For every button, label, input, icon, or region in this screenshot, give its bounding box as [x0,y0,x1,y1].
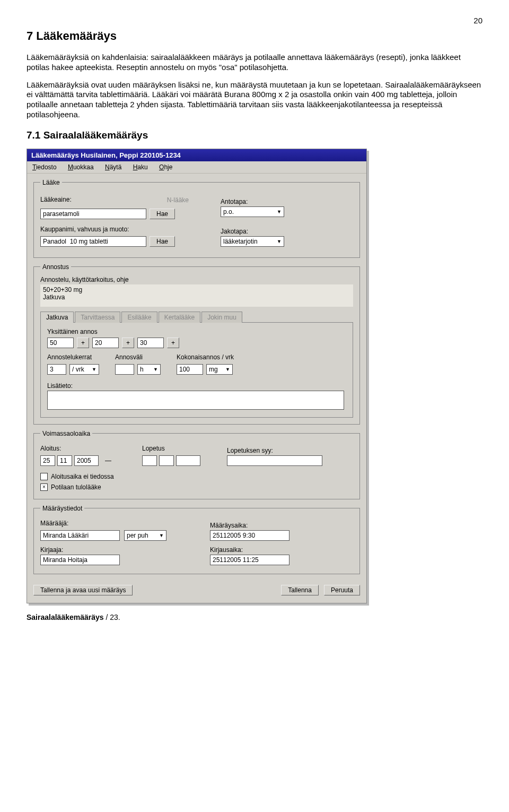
checkbox-tulolaake[interactable]: × Potilaan tulolääke [40,483,101,491]
tabs: Jatkuva Tarvittaessa Esilääke Kertalääke… [40,311,353,323]
chevron-down-icon: ▼ [225,367,230,372]
label-kirjaaja: Kirjaaja: [40,546,189,554]
button-plus-3[interactable]: + [167,338,179,348]
label-annosvali: Annosväli [115,353,161,361]
app-window: Lääkemääräys Husilainen, Peppi 220105-12… [27,149,367,603]
select-h-unit[interactable]: h▼ [137,364,161,375]
heading-7: 7 Lääkemääräys [27,29,482,43]
label-lopetussyy: Lopetuksen syy: [227,447,353,454]
vrk-unit-value: / vrk [72,366,84,373]
input-aloitus-d[interactable] [40,455,55,466]
input-kirjaaja [40,555,120,565]
select-vrk-unit[interactable]: / vrk▼ [69,364,99,375]
input-annos-2[interactable] [92,338,119,348]
input-lopetus-m[interactable] [159,455,174,466]
button-hae-kauppanimi[interactable]: Hae [150,236,175,247]
input-kirjausaika [210,555,289,565]
checkbox-label-tulolaake: Potilaan tulolääke [51,483,101,491]
menu-tiedosto[interactable]: Tiedosto [32,163,57,171]
input-annosvali[interactable] [115,364,134,375]
chevron-down-icon: ▼ [277,239,282,244]
checkbox-label-aloitus: Aloitusaika ei tiedossa [51,473,114,480]
footer-rest: / 23. [104,613,120,621]
perpuh-value: per puh [127,532,148,539]
paragraph-1: Lääkemääräyksiä on kahdenlaisia: sairaal… [27,53,482,73]
input-maaraysaika [210,530,289,541]
input-annos-3[interactable] [137,338,164,348]
menu-muokkaa[interactable]: Muokkaa [68,163,94,171]
label-laakeaine: Lääkeaine: [40,196,72,203]
input-annostelukerrat[interactable] [47,364,66,375]
titlebar-id: 220105-1234 [140,151,181,159]
fieldset-annostus: Annostus Annostelu, käyttötarkoitus, ohj… [33,263,360,425]
button-peruuta[interactable]: Peruuta [324,585,360,595]
bottombar: Tallenna ja avaa uusi määräys Tallenna P… [27,580,366,603]
menu-ohje[interactable]: Ohje [159,163,172,171]
tab-jokinmuu[interactable]: Jokin muu [201,312,242,323]
input-annos-1[interactable] [47,338,74,348]
select-jakotapa[interactable]: lääketarjotin▼ [221,236,284,247]
select-antotapa[interactable]: p.o.▼ [221,206,284,217]
legend-maarays: Määräystiedot [40,505,84,512]
label-nlaake: N-lääke [167,196,189,204]
tab-kertalaake[interactable]: Kertalääke [159,312,200,323]
tabpanel-jatkuva: Yksittäinen annos + + + Annostelukerrat … [40,323,353,418]
checkbox-icon [40,473,48,480]
tab-tarvittaessa[interactable]: Tarvittaessa [75,312,120,323]
fieldset-voimassa: Voimassaoloaika Aloitus: — Lopetus [33,430,360,499]
menu-nayta[interactable]: Näytä [105,163,121,171]
button-plus-2[interactable]: + [122,338,134,348]
input-aloitus-y[interactable] [74,455,99,466]
input-lopetus-d[interactable] [142,455,157,466]
kokonais-unit-value: mg [209,366,218,373]
input-laakeaine[interactable] [40,209,146,219]
label-aloitus: Aloitus: [40,445,116,452]
fieldset-laake: Lääke Lääkeaine: N-lääke Hae Antotapa: p… [33,179,360,258]
annostelu-line1: 50+20+30 mg [43,286,350,293]
input-maaraaja [40,530,120,541]
menu-haku[interactable]: Haku [133,163,148,171]
chevron-down-icon: ▼ [159,533,164,538]
titlebar-text: Lääkemääräys Husilainen, Peppi [31,151,140,159]
tab-jatkuva[interactable]: Jatkuva [40,312,74,323]
button-tallenna-uusi[interactable]: Tallenna ja avaa uusi määräys [33,585,133,595]
paragraph-2: Lääkemääräyksiä ovat uuden määräyksen li… [27,80,482,120]
select-kokonais-unit[interactable]: mg▼ [206,364,233,375]
button-plus-1[interactable]: + [77,338,89,348]
chevron-down-icon: ▼ [92,367,96,372]
label-maaraysaika: Määräysaika: [210,522,289,529]
date-separator: — [105,457,111,464]
input-kokonaisannos [177,364,203,375]
label-kauppanimi: Kauppanimi, vahvuus ja muoto: [40,226,189,233]
label-kirjausaika: Kirjausaika: [210,546,289,554]
label-annostelukerrat: Annostelukerrat [47,353,99,361]
input-lopetus-y[interactable] [176,455,200,466]
legend-annostus: Annostus [40,263,71,271]
input-aloitus-m[interactable] [57,455,72,466]
footer-bold: Sairaalalääkemääräys [27,613,104,621]
label-antotapa: Antotapa: [221,198,300,205]
button-tallenna[interactable]: Tallenna [281,585,319,595]
select-perpuh[interactable]: per puh▼ [124,530,166,541]
h-unit-value: h [140,366,144,373]
input-lisatieto[interactable] [47,391,344,410]
label-lisatieto: Lisätieto: [47,382,346,390]
chevron-down-icon: ▼ [277,209,282,214]
legend-laake: Lääke [40,179,62,186]
label-annostelu-ohje: Annostelu, käyttötarkoitus, ohje [40,276,353,283]
tab-esilaake[interactable]: Esilääke [121,312,157,323]
button-hae-laakeaine[interactable]: Hae [150,209,175,219]
fieldset-maarays: Määräystiedot Määrääjä: per puh▼ Määräys… [33,505,360,574]
titlebar: Lääkemääräys Husilainen, Peppi 220105-12… [27,149,366,161]
checkbox-aloitusaika-ei[interactable]: Aloitusaika ei tiedossa [40,473,114,480]
label-jakotapa: Jakotapa: [221,228,300,235]
input-kauppanimi[interactable] [40,236,146,247]
textarea-annostelu: 50+20+30 mg Jatkuva [40,284,353,307]
label-yksittainen: Yksittäinen annos [47,328,346,335]
heading-7-1: 7.1 Sairaalalääkemääräys [27,129,482,141]
page-number: 20 [27,16,482,25]
label-lopetus: Lopetus [142,445,200,452]
label-kokonaisannos: Kokonaisannos / vrk [177,353,234,361]
footer: Sairaalalääkemääräys / 23. [27,613,482,621]
input-lopetussyy[interactable] [227,455,322,466]
